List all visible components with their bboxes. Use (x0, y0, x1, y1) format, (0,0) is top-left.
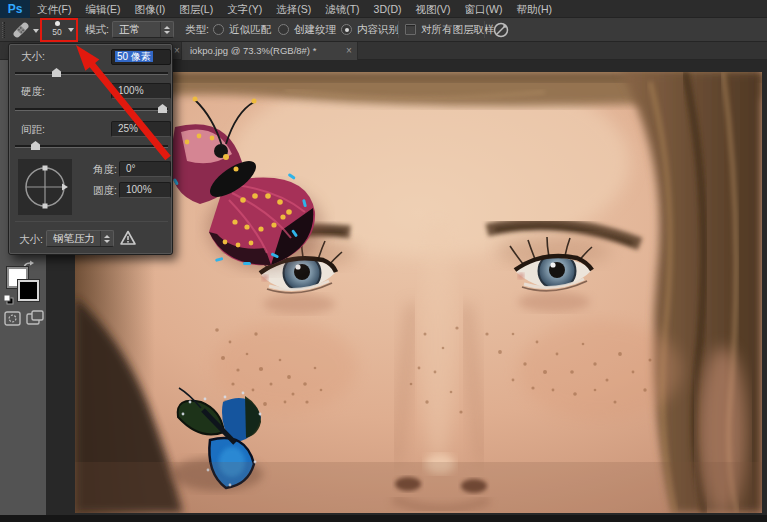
photoshop-logo[interactable]: Ps (0, 0, 30, 18)
options-separator (398, 21, 399, 38)
menu-bar: Ps 文件(F) 编辑(E) 图像(I) 图层(L) 文字(Y) 选择(S) 滤… (0, 0, 767, 18)
hidden-tab-close-icon[interactable]: × (174, 42, 180, 60)
photoshop-window: Ps 文件(F) 编辑(E) 图像(I) 图层(L) 文字(Y) 选择(S) 滤… (0, 0, 767, 522)
brush-size-value: 50 像素 (115, 51, 153, 62)
size-control-dropdown[interactable]: 钢笔压力 (46, 230, 114, 247)
mode-label: 模式: (85, 23, 109, 37)
brush-size-number: 50 (44, 27, 70, 37)
radio-proximity-match-label[interactable]: 近似匹配 (229, 23, 271, 37)
menu-edit[interactable]: 编辑(E) (78, 0, 127, 18)
menu-layer[interactable]: 图层(L) (172, 0, 220, 18)
document-tab-close-icon[interactable]: × (346, 42, 352, 60)
radio-content-aware[interactable] (341, 24, 352, 35)
radio-proximity-match[interactable] (213, 24, 224, 35)
brush-settings-popup: 大小: 50 像素 硬度: 100% 间距: 25% 角度: 0° 圆度: 10… (8, 43, 173, 255)
brush-picker-caret-icon (68, 28, 74, 32)
menu-file[interactable]: 文件(F) (30, 0, 78, 18)
hardness-slider-thumb[interactable] (158, 104, 167, 113)
size-control-label: 大小: (19, 233, 43, 247)
spot-healing-brush-icon[interactable] (10, 20, 32, 40)
photo-woman-face[interactable] (75, 72, 762, 513)
document-tab[interactable]: iokpo.jpg @ 73.3%(RGB/8#) * (181, 42, 358, 60)
menu-help[interactable]: 帮助(H) (510, 0, 560, 18)
radio-create-texture-label[interactable]: 创建纹理 (294, 23, 336, 37)
angle-label: 角度: (93, 163, 117, 177)
brush-size-input[interactable]: 50 像素 (111, 49, 171, 65)
roundness-value[interactable]: 100% (119, 182, 171, 198)
mode-dropdown[interactable]: 正常 (112, 21, 174, 38)
roundness-label: 圆度: (93, 184, 117, 198)
hardness-value[interactable]: 100% (111, 83, 171, 99)
radio-create-texture[interactable] (278, 24, 289, 35)
tablet-pressure-size-icon[interactable] (492, 21, 510, 39)
background-color-swatch[interactable] (17, 279, 40, 302)
tool-options-bar: 50 模式: 正常 类型: 近似匹配 创建纹理 内容识别 对所有图层取样 (0, 18, 767, 42)
hardness-slider[interactable] (15, 108, 168, 111)
stepper-icon (100, 231, 113, 246)
menu-window[interactable]: 窗口(W) (458, 0, 510, 18)
hardness-label: 硬度: (21, 85, 45, 99)
menu-type[interactable]: 文字(Y) (220, 0, 269, 18)
spacing-value[interactable]: 25% (111, 121, 171, 137)
spacing-slider-thumb[interactable] (31, 141, 40, 150)
size-slider[interactable] (15, 72, 168, 75)
screen-mode-icon[interactable] (26, 310, 44, 326)
menu-view[interactable]: 视图(V) (409, 0, 458, 18)
brush-preset-picker[interactable]: 50 (44, 19, 74, 41)
panel-divider (15, 221, 168, 222)
brush-tip-dot-icon (55, 21, 60, 26)
type-label: 类型: (185, 23, 209, 37)
menu-filter[interactable]: 滤镜(T) (318, 0, 366, 18)
angle-dial[interactable] (18, 159, 72, 215)
window-bottom-edge (0, 515, 767, 522)
size-slider-thumb[interactable] (52, 68, 61, 77)
menu-3d[interactable]: 3D(D) (367, 0, 409, 18)
options-bar-grip[interactable] (2, 22, 5, 38)
size-control-value: 钢笔压力 (47, 232, 100, 246)
pen-pressure-warning-icon (120, 230, 136, 246)
menu-select[interactable]: 选择(S) (269, 0, 318, 18)
document-tab-label: iokpo.jpg @ 73.3%(RGB/8#) * (190, 45, 316, 56)
menu-image[interactable]: 图像(I) (127, 0, 172, 18)
spacing-label: 间距: (21, 123, 45, 137)
quick-mask-icon[interactable] (4, 311, 21, 326)
tool-preset-caret-icon[interactable] (33, 29, 39, 33)
size-label: 大小: (21, 50, 45, 64)
options-separator (484, 21, 485, 38)
mode-value: 正常 (113, 23, 160, 37)
stepper-icon (160, 22, 173, 37)
radio-content-aware-label[interactable]: 内容识别 (357, 23, 399, 37)
default-colors-icon[interactable] (3, 294, 15, 306)
sample-all-layers-checkbox[interactable] (405, 24, 416, 35)
angle-value[interactable]: 0° (119, 161, 171, 177)
